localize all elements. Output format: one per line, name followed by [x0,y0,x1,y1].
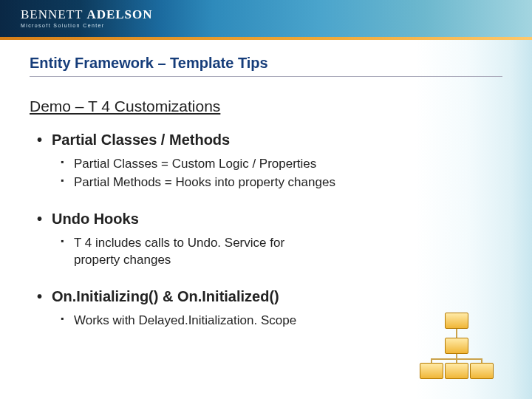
logo-brand: BENNETT ADELSON [21,7,153,22]
sub-bullet-list: Partial Classes = Custom Logic / Propert… [52,156,502,191]
diagram-connector [431,358,482,360]
sub-bullet-item: Partial Methods = Hooks into property ch… [74,174,502,191]
slide-title: Entity Framework – Template Tips [30,55,502,77]
hierarchy-diagram-icon [412,313,501,383]
bullet-item: Undo Hooks T 4 includes calls to Undo. S… [52,211,502,269]
bullet-item: Partial Classes / Methods Partial Classe… [52,132,502,191]
diagram-node [445,363,468,379]
bullet-list: Partial Classes / Methods Partial Classe… [30,132,502,330]
diagram-node [470,363,494,379]
slide-content: Entity Framework – Template Tips Demo – … [0,40,532,399]
logo-tagline: Microsoft Solution Center [21,23,153,28]
bullet-label: Undo Hooks [52,211,139,227]
bullet-label: On.Initializing() & On.Initialized() [52,288,279,304]
diagram-connector [456,329,457,338]
diagram-node [420,363,443,379]
logo-brand-first: BENNETT [21,7,83,21]
logo-brand-second: ADELSON [86,7,152,21]
diagram-node [445,313,468,329]
sub-bullet-item: Partial Classes = Custom Logic / Propert… [74,156,502,173]
logo: BENNETT ADELSON Microsoft Solution Cente… [21,7,153,28]
header-bar: BENNETT ADELSON Microsoft Solution Cente… [0,0,532,37]
bullet-label: Partial Classes / Methods [52,132,230,148]
diagram-node [445,338,468,354]
sub-bullet-list: T 4 includes calls to Undo. Service for … [52,235,502,269]
sub-bullet-item: T 4 includes calls to Undo. Service for … [74,235,310,269]
section-heading: Demo – T 4 Customizations [30,98,502,115]
